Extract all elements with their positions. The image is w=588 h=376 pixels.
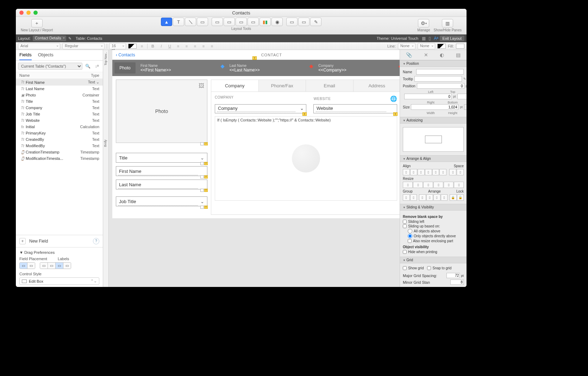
tab-email[interactable]: Email	[306, 80, 354, 92]
layout-canvas[interactable]: ‹ Contacts CONTACT T Photo First Name <<…	[109, 50, 400, 287]
website-field[interactable]: Website T	[313, 104, 397, 113]
tab-fields[interactable]: Fields	[19, 52, 32, 60]
close-icon[interactable]	[19, 11, 24, 15]
field-row[interactable]: TtCompanyText	[16, 105, 103, 111]
table-select[interactable]: Current Table ("Contacts")	[18, 63, 82, 70]
text-tool-icon[interactable]: T	[173, 18, 184, 26]
inspector-tab-position-icon[interactable]: 📎	[406, 52, 412, 58]
button-tool-icon[interactable]: ▭	[224, 18, 235, 26]
align-left-icon[interactable]: ≡	[175, 44, 181, 48]
field-row[interactable]: ⌚ModificationTimesta...Timestamp	[16, 155, 103, 162]
field-row[interactable]: ▣PhotoContainer	[16, 92, 103, 98]
pointer-tool-icon[interactable]: ▲	[161, 18, 172, 26]
field-row[interactable]: ⌚CreationTimestampTimestamp	[16, 149, 103, 155]
pos-right-input[interactable]	[404, 94, 452, 99]
placement-toggle[interactable]: ▭▭	[19, 262, 35, 269]
manage-button[interactable]: ⚙▾	[418, 19, 429, 27]
theme-icon[interactable]: ▦	[420, 36, 427, 41]
pencil-icon[interactable]: ✎	[66, 36, 74, 41]
field-row[interactable]: TtPrimaryKeyText	[16, 130, 103, 136]
autosizing-control[interactable]	[403, 127, 464, 152]
inspector-tab-styles-icon[interactable]: ◐	[440, 52, 444, 58]
web-viewer[interactable]: If ( IsEmpty ( Contacts::Website );"";"h…	[215, 116, 397, 201]
size-w-input[interactable]	[411, 104, 458, 110]
name-input[interactable]	[416, 69, 464, 75]
font-size-select[interactable]: 16 pt	[109, 43, 126, 49]
text-color-swatch[interactable]	[128, 44, 137, 49]
minimize-icon[interactable]	[26, 11, 31, 15]
portal-tool-icon[interactable]: ▭	[248, 18, 259, 26]
also-resize-check[interactable]: Also resize enclosing part	[408, 239, 464, 243]
panes-button[interactable]: ▥	[442, 19, 453, 27]
show-grid-check[interactable]: Show grid	[403, 266, 424, 270]
field-row[interactable]: fxInitialCalculation	[16, 124, 103, 130]
sliding-up-check[interactable]: Sliding up based on:	[403, 224, 464, 228]
arrange-section[interactable]: Arrange & Align	[400, 155, 467, 162]
company-field[interactable]: Company⌄ T	[215, 104, 306, 113]
sliding-left-check[interactable]: Sliding left	[403, 220, 464, 224]
field-row[interactable]: TtCreatedByText	[16, 136, 103, 143]
align-right-icon[interactable]: ≡	[192, 44, 198, 48]
field-row[interactable]: TtFirst NameText ⌄	[16, 79, 103, 86]
globe-icon[interactable]: 🌐	[390, 95, 398, 102]
italic-icon[interactable]: I	[158, 44, 164, 48]
tab-address[interactable]: Address	[354, 80, 400, 92]
font-select[interactable]: Arial	[18, 43, 60, 49]
tab-control[interactable]: Company Phone/Fax Email Address	[211, 80, 400, 92]
zoom-icon[interactable]	[33, 11, 38, 15]
align-justify-icon[interactable]: ≡	[200, 44, 207, 48]
hide-print-check[interactable]: Hide when printing	[403, 250, 464, 254]
sort-icon[interactable]: ↓ª	[93, 64, 101, 69]
field-row[interactable]: TtJob TitleText	[16, 111, 103, 117]
bold-icon[interactable]: B	[150, 44, 156, 48]
tab-tool-icon[interactable]: ▭	[236, 18, 247, 26]
exit-layout-button[interactable]: Exit Layout	[440, 36, 464, 41]
rect-tool-icon[interactable]: ▭	[197, 18, 208, 26]
plus-icon[interactable]: +	[19, 238, 26, 244]
part-top-nav[interactable]: Top Nav..	[104, 52, 107, 65]
align-center-icon[interactable]: ≡	[183, 44, 190, 48]
title-field[interactable]: Title T	[116, 153, 207, 163]
field-row[interactable]: TtTitleText	[16, 98, 103, 105]
drag-prefs-header[interactable]: ▼ Drag Preferences	[19, 250, 99, 257]
photo-button[interactable]: Photo	[114, 62, 136, 74]
photo-field[interactable]: 🖼 Photo T	[116, 80, 207, 143]
aa-icon[interactable]: Aª	[432, 36, 439, 41]
position-section[interactable]: Position	[400, 60, 467, 67]
field-row[interactable]: TtLast NameText	[16, 86, 103, 92]
part-body[interactable]: Body	[104, 140, 107, 147]
inspector-tab-data-icon[interactable]: ▤	[456, 52, 461, 58]
autosizing-section[interactable]: Autosizing	[400, 117, 467, 124]
part-tool-icon[interactable]: ▭	[298, 18, 309, 26]
device-icon[interactable]: ▯	[427, 36, 432, 41]
line-tool-icon[interactable]: ＼	[185, 18, 196, 26]
sliding-section[interactable]: Sliding & Visibility	[400, 204, 467, 211]
line-width-select[interactable]: None	[398, 43, 415, 49]
tooltip-input[interactable]	[414, 76, 462, 82]
new-field-button[interactable]: New Field	[29, 239, 48, 244]
line-color-swatch[interactable]	[437, 44, 446, 49]
field-picker-icon[interactable]: ▭	[286, 18, 298, 26]
grid-section[interactable]: Grid	[400, 257, 467, 263]
field-row[interactable]: TtModifiedByText	[16, 143, 103, 149]
back-button[interactable]: ‹ Contacts	[112, 52, 139, 57]
only-above-radio[interactable]: Only objects directly above	[408, 234, 464, 238]
job-title-field[interactable]: Job Title T	[116, 196, 207, 206]
tab-phone[interactable]: Phone/Fax	[259, 80, 306, 92]
tab-company[interactable]: Company	[211, 80, 259, 92]
tab-objects[interactable]: Objects	[38, 52, 54, 60]
inspector-tab-appearance-icon[interactable]: ✕	[424, 52, 428, 58]
first-name-field[interactable]: First Name T	[116, 166, 207, 176]
pencil-icon[interactable]: ✎	[463, 77, 466, 81]
pos-left-input[interactable]	[417, 83, 464, 89]
minor-grid-input[interactable]	[450, 280, 464, 285]
search-icon[interactable]: 🔍	[84, 64, 92, 69]
snap-grid-check[interactable]: Snap to grid	[427, 266, 451, 270]
font-style-select[interactable]: Regular	[62, 43, 105, 49]
format-painter-icon[interactable]: ✎	[310, 18, 321, 26]
underline-icon[interactable]: U	[167, 44, 173, 48]
size-h-input[interactable]	[464, 104, 467, 110]
layout-dropdown[interactable]: Contact Details	[33, 36, 66, 41]
help-icon[interactable]: ?	[93, 238, 99, 244]
control-style-select[interactable]: Edit Box⌃⌄	[19, 277, 99, 285]
